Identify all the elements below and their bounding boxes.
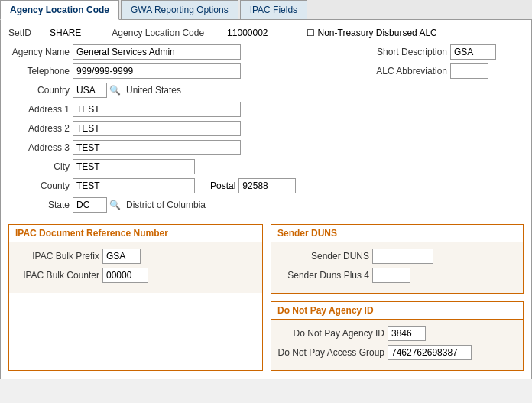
do-not-pay-header: Do Not Pay Agency ID	[271, 302, 523, 320]
address3-label: Address 3	[8, 142, 70, 153]
bulk-counter-row: IPAC Bulk Counter	[15, 268, 256, 283]
postal-group: Postal	[210, 178, 296, 193]
bulk-counter-label: IPAC Bulk Counter	[15, 270, 99, 281]
city-label: City	[8, 161, 70, 172]
non-treasury-checkbox[interactable]: ☐	[307, 28, 315, 38]
address2-row: Address 2	[8, 121, 355, 136]
address3-row: Address 3	[8, 140, 355, 155]
non-treasury-group: ☐ Non-Treasury Disbursed ALC	[307, 28, 437, 38]
address1-input[interactable]	[73, 102, 241, 117]
address2-label: Address 2	[8, 123, 70, 134]
tab-agency-location-code[interactable]: Agency Location Code	[0, 0, 119, 20]
tab-ipac-fields[interactable]: IPAC Fields	[240, 0, 307, 19]
sender-duns-section: Sender DUNS Sender DUNS Sender Duns Plus…	[271, 224, 524, 294]
sender-duns-header: Sender DUNS	[271, 225, 523, 242]
tab-gwa-reporting-options[interactable]: GWA Reporting Options	[121, 0, 238, 19]
setid-value: SHARE	[50, 28, 81, 38]
access-group-row: Do Not Pay Access Group	[277, 345, 517, 360]
city-input[interactable]	[73, 159, 195, 174]
city-row: City	[8, 159, 355, 174]
country-code-input[interactable]	[73, 83, 107, 98]
agency-name-row: Agency Name	[8, 44, 355, 60]
alc-abbreviation-label: ALC Abbreviation	[355, 66, 447, 76]
state-row: State 🔍 District of Columbia	[8, 197, 355, 213]
right-bottom-sections: Sender DUNS Sender DUNS Sender Duns Plus…	[271, 224, 524, 371]
telephone-label: Telephone	[8, 66, 70, 76]
tab-bar: Agency Location Code GWA Reporting Optio…	[0, 0, 532, 20]
do-not-pay-section: Do Not Pay Agency ID Do Not Pay Agency I…	[271, 301, 524, 371]
country-row: Country 🔍 United States	[8, 83, 355, 98]
address3-input[interactable]	[73, 140, 241, 155]
agency-name-label: Agency Name	[8, 47, 70, 57]
county-input[interactable]	[73, 178, 195, 193]
sender-duns-plus4-row: Sender Duns Plus 4	[277, 268, 517, 283]
county-postal-row: County Postal	[8, 178, 355, 193]
sender-duns-plus4-label: Sender Duns Plus 4	[277, 270, 369, 281]
agency-id-row: Do Not Pay Agency ID	[277, 326, 517, 341]
state-label: State	[8, 200, 70, 210]
alc-header-label: Agency Location Code	[112, 28, 204, 38]
sender-duns-input[interactable]	[372, 249, 433, 264]
county-label: County	[8, 180, 70, 191]
state-search-icon[interactable]: 🔍	[109, 200, 121, 210]
sender-duns-row: Sender DUNS	[277, 249, 517, 264]
agency-id-input[interactable]	[388, 326, 426, 341]
setid-label: SetID	[8, 28, 31, 38]
short-description-label: Short Description	[355, 47, 447, 57]
sender-duns-label: Sender DUNS	[277, 251, 369, 262]
bulk-prefix-input[interactable]	[102, 249, 141, 264]
alc-abbreviation-row: ALC Abbreviation	[355, 63, 524, 79]
state-name-text: District of Columbia	[126, 200, 206, 210]
alc-header-value: 11000002	[227, 28, 268, 38]
ipac-section-content: IPAC Bulk Prefix IPAC Bulk Counter	[9, 242, 262, 293]
agency-name-input[interactable]	[73, 44, 241, 60]
main-fields-container: Agency Name Telephone Country 🔍 United S…	[8, 44, 524, 216]
non-treasury-label: Non-Treasury Disbursed ALC	[318, 28, 437, 38]
bulk-counter-input[interactable]	[102, 268, 148, 283]
country-search-icon[interactable]: 🔍	[109, 85, 121, 96]
access-group-input[interactable]	[388, 345, 472, 360]
country-label: Country	[8, 85, 70, 96]
address1-row: Address 1	[8, 102, 355, 117]
address1-label: Address 1	[8, 104, 70, 115]
country-name-text: United States	[126, 85, 181, 96]
left-fields: Agency Name Telephone Country 🔍 United S…	[8, 44, 355, 216]
ipac-section: IPAC Document Reference Number IPAC Bulk…	[8, 224, 263, 371]
header-row: SetID SHARE Agency Location Code 1100000…	[8, 28, 524, 38]
do-not-pay-content: Do Not Pay Agency ID Do Not Pay Access G…	[271, 320, 523, 370]
short-description-row: Short Description	[355, 44, 524, 60]
telephone-row: Telephone	[8, 63, 355, 79]
sender-duns-plus4-input[interactable]	[372, 268, 410, 283]
right-fields: Short Description ALC Abbreviation	[355, 44, 524, 216]
bottom-sections: IPAC Document Reference Number IPAC Bulk…	[8, 224, 524, 371]
agency-id-label: Do Not Pay Agency ID	[277, 328, 384, 339]
bulk-prefix-label: IPAC Bulk Prefix	[15, 251, 99, 262]
access-group-label: Do Not Pay Access Group	[277, 347, 384, 358]
short-description-input[interactable]	[450, 44, 496, 60]
ipac-section-header: IPAC Document Reference Number	[9, 225, 262, 242]
postal-label: Postal	[210, 180, 235, 191]
main-content: SetID SHARE Agency Location Code 1100000…	[0, 20, 532, 379]
state-code-input[interactable]	[73, 197, 107, 213]
postal-input[interactable]	[238, 178, 296, 193]
alc-abbreviation-input[interactable]	[450, 63, 488, 79]
telephone-input[interactable]	[73, 63, 241, 79]
address2-input[interactable]	[73, 121, 241, 136]
bulk-prefix-row: IPAC Bulk Prefix	[15, 249, 256, 264]
tabs-container: Agency Location Code GWA Reporting Optio…	[0, 0, 532, 379]
sender-duns-content: Sender DUNS Sender Duns Plus 4	[271, 242, 523, 293]
